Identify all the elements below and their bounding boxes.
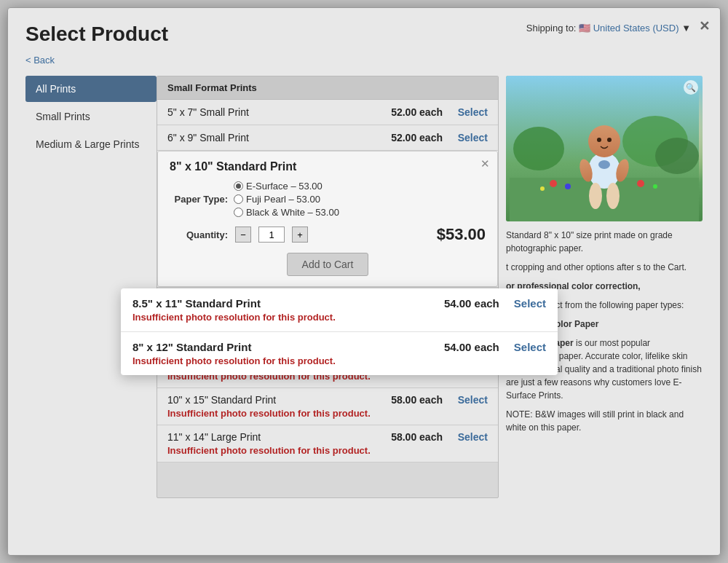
svg-point-1	[513, 127, 564, 170]
expanded-product-title: 8" x 10" Standard Print	[170, 160, 486, 173]
overlay-price-8x12: 54.00 each	[444, 341, 499, 353]
product-row-11x14: 11" x 14" Large Print 58.00 each Select …	[157, 425, 498, 462]
modal-close-button[interactable]: ✕	[699, 18, 710, 34]
svg-point-11	[588, 125, 620, 157]
shipping-country[interactable]: United States (USD)	[593, 23, 679, 34]
paper-type-row: Paper Type: E-Surface – 53.00 Fuji Pearl…	[170, 181, 486, 218]
product-price-10x15: 58.00 each	[377, 394, 443, 406]
info-grade: grade photographic paper.	[506, 230, 673, 253]
paper-label-esurface: E-Surface – 53.00	[246, 181, 323, 192]
product-price-5x7: 52.00 each	[377, 106, 443, 118]
baby-illustration	[506, 76, 703, 221]
quantity-decrease-button[interactable]: −	[235, 227, 251, 243]
product-row-5x7: 5" x 7" Small Print 52.00 each Select	[157, 100, 498, 125]
insufficient-11x14: Insufficient photo resolution for this p…	[167, 445, 488, 456]
radio-bw[interactable]	[234, 208, 243, 217]
svg-point-13	[607, 138, 612, 142]
select-button-5x7[interactable]: Select	[456, 106, 488, 118]
svg-point-8	[637, 180, 644, 187]
paper-option-fuji[interactable]: Fuji Pearl – 53.00	[234, 194, 339, 205]
shipping-dropdown-icon[interactable]: ▼	[681, 23, 691, 34]
overlay-product-name-8.5x11: 8.5" x 11" Standard Print	[132, 297, 444, 310]
overlay-row-8x12: 8" x 12" Standard Print 54.00 each Selec…	[121, 332, 558, 375]
svg-point-17	[606, 183, 620, 209]
product-price-6x9: 52.00 each	[377, 132, 443, 143]
product-name-11x14: 11" x 14" Large Print	[167, 431, 377, 443]
info-desc-2: t cropping and other options after s to …	[506, 261, 703, 274]
overlay-row-8.5x11: 8.5" x 11" Standard Print 54.00 each Sel…	[121, 288, 558, 332]
photo-preview: 🔍	[506, 76, 703, 221]
overlay-rows: 8.5" x 11" Standard Print 54.00 each Sel…	[121, 288, 558, 375]
svg-point-9	[653, 184, 657, 189]
product-price-11x14: 58.00 each	[377, 431, 443, 443]
sidebar: All Prints Small Prints Medium & Large P…	[25, 76, 157, 498]
info-bw-note: NOTE: B&W images will still print in bla…	[506, 408, 703, 434]
info-desc-1: Standard 8" x 10" size print made on gra…	[506, 229, 703, 255]
svg-point-7	[540, 186, 545, 191]
sidebar-item-small-prints[interactable]: Small Prints	[25, 103, 157, 130]
quantity-increase-button[interactable]: +	[292, 227, 308, 243]
overlay-row-top-8.5x11: 8.5" x 11" Standard Print 54.00 each Sel…	[132, 297, 546, 310]
radio-esurface[interactable]	[234, 181, 243, 191]
svg-point-5	[550, 180, 557, 187]
paper-option-esurface[interactable]: E-Surface – 53.00	[234, 181, 339, 192]
overlay-row-top-8x12: 8" x 12" Standard Print 54.00 each Selec…	[132, 341, 546, 353]
zoom-icon[interactable]: 🔍	[684, 80, 698, 95]
quantity-row: Quantity: − + $53.00	[170, 225, 486, 244]
svg-point-12	[597, 138, 601, 142]
select-button-6x9[interactable]: Select	[456, 132, 488, 143]
paper-label-fuji: Fuji Pearl – 53.00	[246, 194, 320, 205]
overlay-insufficient-8.5x11: Insufficient photo resolution for this p…	[132, 312, 546, 323]
svg-point-16	[589, 183, 602, 209]
radio-fuji[interactable]	[234, 194, 243, 204]
sidebar-item-all-prints[interactable]: All Prints	[25, 76, 157, 102]
svg-point-6	[565, 184, 571, 189]
quantity-input[interactable]	[258, 227, 285, 243]
product-name-10x15: 10" x 15" Standard Print	[167, 394, 377, 406]
overlay-product-name-8x12: 8" x 12" Standard Print	[132, 341, 444, 353]
overlay-select-8x12[interactable]: Select	[514, 341, 546, 353]
paper-option-bw[interactable]: Black & White – 53.00	[234, 207, 339, 218]
expanded-price: $53.00	[437, 225, 486, 244]
shipping-flag: 🇺🇸	[579, 23, 590, 34]
svg-point-18	[598, 160, 610, 169]
expanded-close-button[interactable]: ✕	[480, 157, 490, 170]
shipping-bar: Shipping to: 🇺🇸 United States (USD) ▼	[526, 23, 691, 34]
content-row: All Prints Small Prints Medium & Large P…	[25, 76, 703, 498]
insufficient-10x15: Insufficient photo resolution for this p…	[167, 408, 488, 419]
product-row-6x9: 6" x 9" Small Print 52.00 each Select	[157, 125, 498, 151]
product-row-8x10-expanded: ✕ 8" x 10" Standard Print Paper Type: E-…	[157, 151, 498, 288]
small-format-section-header: Small Format Prints	[157, 76, 498, 100]
expanded-box-8x10: ✕ 8" x 10" Standard Print Paper Type: E-…	[157, 151, 498, 287]
add-to-cart-button[interactable]: Add to Cart	[287, 253, 369, 276]
info-panel: 🔍 Standard 8" x 10" size print made on g…	[506, 76, 703, 498]
paper-label-bw: Black & White – 53.00	[246, 207, 339, 218]
paper-type-label: Paper Type:	[170, 194, 228, 205]
select-product-modal: ✕ Select Product < Back Shipping to: 🇺🇸 …	[7, 7, 721, 556]
svg-point-3	[655, 138, 699, 174]
select-button-11x14[interactable]: Select	[456, 431, 488, 443]
overlay-select-8.5x11[interactable]: Select	[514, 297, 546, 310]
product-name-5x7: 5" x 7" Small Print	[167, 106, 377, 118]
product-name-6x9: 6" x 9" Small Print	[167, 132, 377, 143]
product-row-10x15: 10" x 15" Standard Print 58.00 each Sele…	[157, 388, 498, 425]
sidebar-item-medium-large-prints[interactable]: Medium & Large Prints	[25, 131, 157, 157]
paper-options: E-Surface – 53.00 Fuji Pearl – 53.00 Bla…	[234, 181, 339, 218]
select-button-10x15[interactable]: Select	[456, 394, 488, 406]
overlay-insufficient-8x12: Insufficient photo resolution for this p…	[132, 355, 546, 366]
shipping-label: Shipping to:	[526, 23, 577, 34]
quantity-label: Quantity:	[170, 229, 228, 240]
overlay-price-8.5x11: 54.00 each	[444, 297, 499, 310]
back-link[interactable]: < Back	[25, 55, 55, 66]
svg-point-10	[588, 152, 620, 189]
product-list: Small Format Prints 5" x 7" Small Print …	[157, 76, 499, 498]
